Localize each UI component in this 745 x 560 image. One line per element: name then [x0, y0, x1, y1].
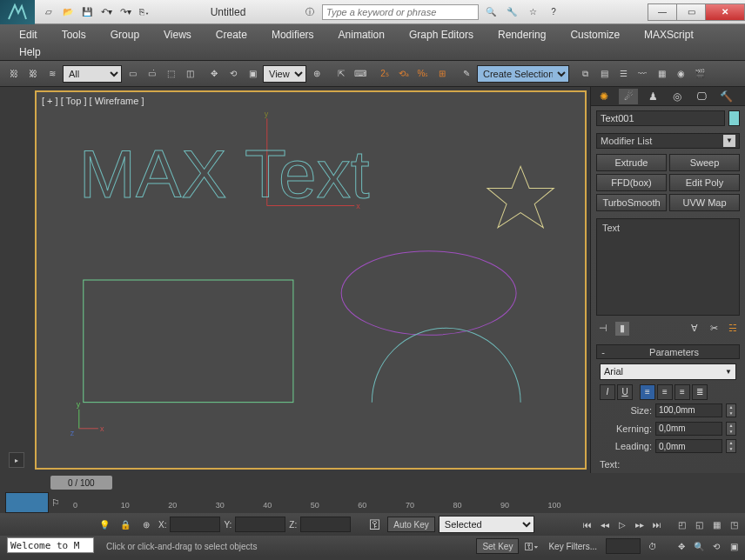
layers-icon[interactable]: ☰ [614, 64, 632, 83]
tool-icon[interactable]: 🔧 [503, 3, 520, 21]
pan-icon[interactable]: ✥ [674, 538, 689, 554]
x-field[interactable] [170, 517, 220, 532]
object-name-field[interactable] [596, 110, 725, 126]
make-unique-icon[interactable]: ∀ [688, 322, 701, 336]
underline-button[interactable]: U [617, 384, 633, 400]
selection-filter[interactable]: All [63, 65, 122, 83]
binoculars-icon[interactable]: 🔍 [482, 3, 500, 21]
schematic-icon[interactable]: ▦ [653, 64, 670, 83]
redo-icon[interactable]: ↷▾ [117, 3, 134, 21]
nav-tool4-icon[interactable]: ◳ [726, 517, 742, 532]
setkey-flyout-icon[interactable]: ⚿▾ [522, 537, 540, 556]
setkey-button[interactable]: Set Key [476, 538, 519, 554]
trackbar[interactable]: 0 10 20 30 40 50 60 70 80 90 100 [63, 492, 590, 513]
keyboard-icon[interactable]: ⌨ [352, 64, 369, 83]
leading-spinner[interactable]: 0,0mm [655, 439, 722, 453]
orbit-icon[interactable]: ⟲ [708, 538, 724, 554]
time-config-icon[interactable]: ⏱ [644, 537, 661, 556]
prev-frame-icon[interactable]: ◂◂ [597, 517, 613, 532]
motion-tab-icon[interactable]: ◎ [668, 89, 687, 104]
pin-stack-icon[interactable]: ⊣ [596, 322, 610, 336]
modifier-sweep[interactable]: Sweep [669, 154, 740, 171]
modifier-uvwmap[interactable]: UVW Map [669, 194, 740, 211]
align-right-button[interactable]: ≡ [675, 384, 690, 400]
material-icon[interactable]: ◉ [672, 64, 689, 83]
show-end-icon[interactable]: ▮ [615, 322, 629, 336]
menu-grapheditors[interactable]: Graph Editors [397, 26, 486, 43]
ref-coord-system[interactable]: View [263, 65, 306, 83]
minimize-button[interactable]: — [648, 3, 677, 21]
size-spinner[interactable]: 100,0mm [655, 403, 722, 417]
window-crossing-icon[interactable]: ◫ [181, 64, 198, 83]
modifier-turbosmooth[interactable]: TurboSmooth [596, 194, 667, 211]
modifier-ffdbox[interactable]: FFD(box) [596, 174, 667, 191]
utilities-tab-icon[interactable]: 🔨 [716, 89, 735, 104]
key-mode-dropdown[interactable]: Selected [439, 516, 534, 533]
percent-snap-icon[interactable]: %ₛ [414, 64, 432, 83]
nav-tool2-icon[interactable]: ◱ [691, 517, 707, 532]
help-icon[interactable]: ? [545, 3, 562, 21]
maxscript-listener[interactable]: Welcome to M [7, 537, 94, 553]
info-icon[interactable]: ⓘ [301, 3, 319, 21]
menu-rendering[interactable]: Rendering [486, 26, 558, 43]
menu-tools[interactable]: Tools [50, 26, 98, 43]
configure-icon[interactable]: ☵ [726, 322, 740, 336]
modifier-editpoly[interactable]: Edit Poly [669, 174, 740, 191]
modifier-list-dropdown[interactable]: Modifier List▼ [596, 133, 740, 150]
close-button[interactable]: ✕ [705, 3, 745, 21]
lightbulb-icon[interactable]: 💡 [96, 515, 113, 534]
menu-edit[interactable]: Edit [7, 26, 50, 43]
select-icon[interactable]: ▭ [124, 64, 141, 83]
move-icon[interactable]: ✥ [205, 64, 223, 83]
maximize-button[interactable]: ▭ [676, 3, 706, 21]
align-icon[interactable]: ▤ [595, 64, 613, 83]
time-slider[interactable]: 0 / 100 [50, 476, 112, 490]
goto-start-icon[interactable]: ⏮ [580, 517, 595, 532]
link-icon[interactable]: ⎘▾ [136, 3, 153, 21]
display-tab-icon[interactable]: 🖵 [692, 89, 711, 104]
next-frame-icon[interactable]: ▸▸ [632, 517, 648, 532]
rect-region-icon[interactable]: ⬚ [162, 64, 179, 83]
search-input[interactable] [322, 4, 479, 20]
kerning-spinbuttons[interactable]: ▲▼ [726, 422, 736, 436]
keyfilters-button[interactable]: Key Filters... [543, 538, 602, 554]
create-tab-icon[interactable]: ✺ [594, 89, 614, 104]
kerning-spinner[interactable]: 0,0mm [655, 422, 722, 436]
align-center-button[interactable]: ≡ [657, 384, 673, 400]
menu-views[interactable]: Views [151, 26, 204, 43]
undo-icon[interactable]: ↶▾ [97, 3, 115, 21]
menu-create[interactable]: Create [204, 26, 259, 43]
autokey-button[interactable]: Auto Key [387, 517, 435, 532]
trackbar-flag-icon[interactable]: ⚐ [49, 492, 63, 513]
nav-tool1-icon[interactable]: ◰ [674, 517, 689, 532]
manip-icon[interactable]: ⇱ [332, 64, 350, 83]
remove-mod-icon[interactable]: ✂ [707, 322, 721, 336]
play-icon[interactable]: ▷ [614, 517, 630, 532]
parameters-rollout[interactable]: -Parameters [596, 344, 740, 359]
modify-tab-icon[interactable]: ☄ [619, 89, 638, 104]
menu-modifiers[interactable]: Modifiers [259, 26, 326, 43]
curve-editor-icon[interactable]: 〰 [634, 64, 651, 83]
modifier-extrude[interactable]: Extrude [596, 154, 667, 171]
italic-button[interactable]: I [600, 384, 615, 400]
render-setup-icon[interactable]: 🎬 [691, 64, 708, 83]
menu-maxscript[interactable]: MAXScript [632, 26, 706, 43]
rotate-icon[interactable]: ⟲ [225, 64, 242, 83]
trackbar-thumb[interactable] [5, 492, 49, 513]
maximize-vp-icon[interactable]: ▣ [726, 538, 742, 554]
menu-animation[interactable]: Animation [326, 26, 397, 43]
align-left-button[interactable]: ≡ [640, 384, 655, 400]
align-justify-button[interactable]: ≣ [692, 384, 708, 400]
open-icon[interactable]: 📂 [59, 3, 77, 21]
lock-icon[interactable]: 🔒 [117, 515, 134, 534]
size-spinbuttons[interactable]: ▲▼ [726, 403, 736, 417]
pivot-icon[interactable]: ⊕ [308, 64, 326, 83]
nav-tool3-icon[interactable]: ▦ [708, 517, 724, 532]
select-name-icon[interactable]: ▭̇ [143, 64, 160, 83]
modifier-stack[interactable]: Text [596, 218, 740, 315]
zoom-icon[interactable]: 🔍 [691, 538, 707, 554]
viewport-label[interactable]: [ + ] [ Top ] [ Wireframe ] [42, 96, 144, 106]
menu-help[interactable]: Help [7, 43, 738, 61]
hierarchy-tab-icon[interactable]: ♟ [643, 89, 662, 104]
link-tool-icon[interactable]: ⛓ [5, 64, 23, 83]
